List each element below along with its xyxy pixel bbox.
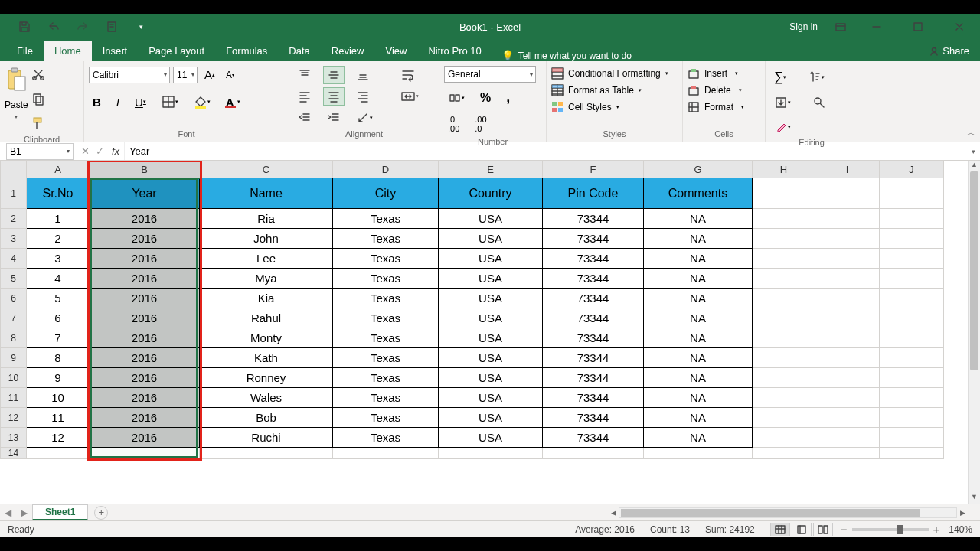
row-header[interactable]: 10	[1, 368, 27, 388]
page-layout-view-icon[interactable]	[792, 523, 812, 536]
font-name-input[interactable]: Calibri▾	[89, 67, 170, 83]
data-cell[interactable]: 7	[27, 328, 90, 348]
data-cell[interactable]	[439, 448, 543, 459]
data-cell[interactable]: 9	[27, 368, 90, 388]
data-cell[interactable]	[880, 249, 944, 269]
data-cell[interactable]	[815, 388, 880, 408]
data-cell[interactable]: Texas	[333, 328, 439, 348]
select-all-corner[interactable]	[1, 161, 27, 178]
header-cell[interactable]: Sr.No	[27, 178, 90, 209]
data-cell[interactable]	[753, 348, 815, 368]
cancel-formula-icon[interactable]: ✕	[81, 145, 90, 157]
format-as-table-button[interactable]: Format as Table▾	[551, 84, 668, 96]
column-header[interactable]: H	[753, 161, 815, 178]
row-header[interactable]: 5	[1, 269, 27, 289]
zoom-level[interactable]: 140%	[949, 524, 972, 535]
fx-icon[interactable]: fx	[112, 145, 124, 157]
page-break-view-icon[interactable]	[813, 523, 833, 536]
fill-icon[interactable]: ▾	[770, 93, 795, 112]
data-cell[interactable]	[644, 448, 753, 459]
data-cell[interactable]: 2016	[90, 388, 200, 408]
data-cell[interactable]	[880, 428, 944, 448]
data-cell[interactable]	[753, 388, 815, 408]
align-left-icon[interactable]	[294, 87, 315, 106]
header-cell[interactable]	[815, 178, 880, 209]
data-cell[interactable]: 73344	[543, 328, 644, 348]
data-cell[interactable]: 73344	[543, 249, 644, 269]
data-cell[interactable]	[815, 428, 880, 448]
row-header[interactable]: 3	[1, 229, 27, 249]
data-cell[interactable]: Texas	[333, 368, 439, 388]
data-cell[interactable]: Texas	[333, 229, 439, 249]
redo-icon[interactable]	[75, 19, 90, 34]
data-cell[interactable]	[815, 209, 880, 229]
increase-decimal-icon[interactable]: .0.00	[444, 112, 463, 135]
data-cell[interactable]: NA	[644, 209, 753, 229]
data-cell[interactable]: USA	[439, 348, 543, 368]
data-cell[interactable]: 10	[27, 388, 90, 408]
conditional-formatting-button[interactable]: Conditional Formatting▾	[551, 67, 668, 80]
minimize-button[interactable]	[864, 14, 890, 40]
header-cell[interactable]: Comments	[644, 178, 753, 209]
column-header[interactable]: J	[880, 161, 944, 178]
data-cell[interactable]: Ria	[200, 209, 333, 229]
align-middle-icon[interactable]	[323, 66, 345, 84]
data-cell[interactable]: 1	[27, 209, 90, 229]
data-cell[interactable]: NA	[644, 368, 753, 388]
data-cell[interactable]: 2016	[90, 209, 200, 229]
horizontal-scrollbar[interactable]: ◀▶	[608, 507, 968, 519]
data-cell[interactable]	[815, 249, 880, 269]
data-cell[interactable]: NA	[644, 348, 753, 368]
data-cell[interactable]	[880, 328, 944, 348]
data-cell[interactable]: 73344	[543, 229, 644, 249]
data-cell[interactable]	[880, 269, 944, 289]
save-icon[interactable]	[17, 19, 32, 34]
data-cell[interactable]: USA	[439, 308, 543, 328]
tab-formulas[interactable]: Formulas	[215, 41, 278, 61]
row-header[interactable]: 9	[1, 348, 27, 368]
maximize-button[interactable]	[905, 14, 931, 40]
sheet-tab[interactable]: Sheet1	[32, 504, 88, 520]
header-cell[interactable]: Year	[90, 178, 200, 209]
data-cell[interactable]: Texas	[333, 408, 439, 428]
data-cell[interactable]: Texas	[333, 388, 439, 408]
header-cell[interactable]	[880, 178, 944, 209]
data-cell[interactable]	[880, 388, 944, 408]
data-cell[interactable]	[753, 428, 815, 448]
row-header[interactable]: 1	[1, 178, 27, 209]
cut-icon[interactable]	[31, 67, 45, 84]
collapse-ribbon-icon[interactable]: ︿	[967, 127, 975, 139]
data-cell[interactable]: USA	[439, 408, 543, 428]
data-cell[interactable]: Texas	[333, 269, 439, 289]
share-button[interactable]: Share	[918, 41, 980, 61]
data-cell[interactable]: 2016	[90, 368, 200, 388]
enter-formula-icon[interactable]: ✓	[96, 145, 104, 157]
name-box[interactable]: B1▾	[6, 143, 74, 160]
header-cell[interactable]: Country	[439, 178, 543, 209]
tab-view[interactable]: View	[374, 41, 417, 61]
data-cell[interactable]: 3	[27, 249, 90, 269]
data-cell[interactable]	[753, 269, 815, 289]
paste-button[interactable]: Paste	[5, 99, 28, 110]
data-cell[interactable]: Bob	[200, 408, 333, 428]
data-cell[interactable]: NA	[644, 229, 753, 249]
data-cell[interactable]: 73344	[543, 428, 644, 448]
orientation-icon[interactable]: ▾	[352, 109, 377, 127]
column-header[interactable]: B	[90, 161, 200, 178]
insert-cells-button[interactable]: Insert▾	[688, 67, 744, 80]
data-cell[interactable]	[880, 289, 944, 308]
data-cell[interactable]	[753, 328, 815, 348]
tab-home[interactable]: Home	[44, 41, 92, 61]
zoom-slider[interactable]	[852, 528, 929, 531]
data-cell[interactable]	[815, 308, 880, 328]
sheet-nav-next-icon[interactable]: ▶	[16, 507, 32, 518]
data-cell[interactable]: 6	[27, 308, 90, 328]
data-cell[interactable]: USA	[439, 428, 543, 448]
data-cell[interactable]: USA	[439, 229, 543, 249]
data-cell[interactable]: Mya	[200, 269, 333, 289]
header-cell[interactable]	[753, 178, 815, 209]
data-cell[interactable]: NA	[644, 269, 753, 289]
data-cell[interactable]: 8	[27, 348, 90, 368]
header-cell[interactable]: Pin Code	[543, 178, 644, 209]
column-header[interactable]: D	[333, 161, 439, 178]
